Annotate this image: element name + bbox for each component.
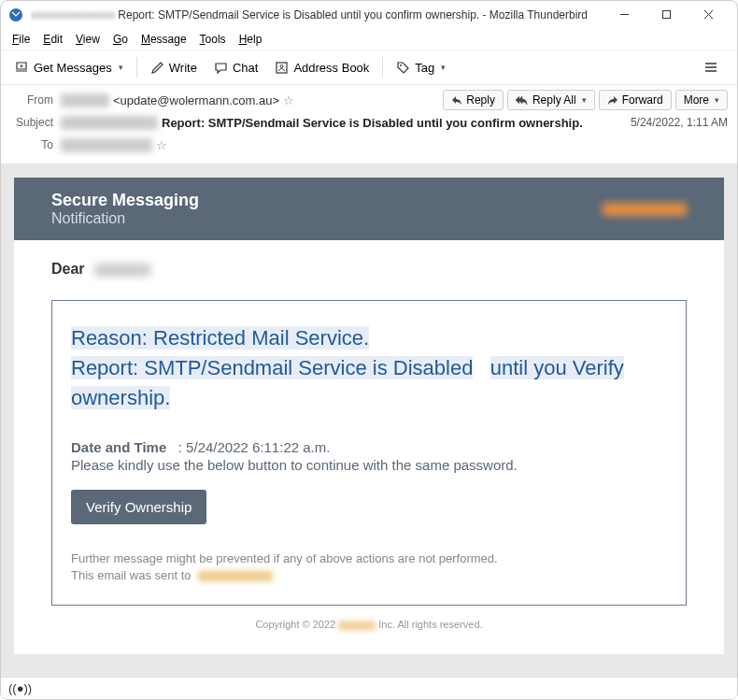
star-icon[interactable]: ☆	[156, 138, 167, 152]
main-toolbar: Get Messages ▾ Write Chat Address Book T…	[1, 50, 737, 85]
sent-to-redacted: x	[198, 571, 273, 581]
greeting: Dear x	[51, 261, 687, 278]
window-title: xxxxxxxxxxxxxxx Report: SMTP/Sendmail Se…	[31, 8, 603, 21]
svg-rect-2	[663, 11, 671, 19]
menu-message[interactable]: Message	[135, 31, 192, 48]
svg-point-6	[280, 64, 283, 67]
menu-go[interactable]: Go	[107, 31, 134, 48]
message-body-container: Secure Messaging Notification xxxx Dear …	[1, 164, 737, 693]
menu-edit[interactable]: Edit	[37, 31, 68, 48]
chat-button[interactable]: Chat	[206, 57, 265, 79]
reason-text: Reason: Restricted Mail Service. Report:…	[71, 323, 667, 413]
menu-tools[interactable]: Tools	[194, 31, 232, 48]
write-button[interactable]: Write	[143, 57, 205, 79]
pencil-icon	[150, 61, 164, 75]
banner-title: Secure Messaging	[51, 191, 199, 210]
subject-text: Report: SMTP/Sendmail Service is Disable…	[162, 116, 583, 130]
forward-icon	[607, 95, 618, 105]
instruction-text: Please kindly use the below button to co…	[71, 457, 667, 473]
verify-ownership-button[interactable]: Verify Ownership	[71, 490, 206, 524]
svg-point-7	[400, 64, 402, 66]
svg-point-0	[9, 8, 22, 21]
forward-button[interactable]: Forward	[599, 90, 672, 110]
more-button[interactable]: More ▾	[675, 90, 728, 110]
menu-view[interactable]: View	[70, 31, 106, 48]
download-icon	[14, 60, 29, 75]
to-redacted: xxxxxxxxxxxxxxx	[61, 138, 152, 152]
banner-subtitle: Notification	[51, 210, 199, 227]
tag-button[interactable]: Tag ▾	[389, 57, 453, 79]
thunderbird-icon	[8, 7, 23, 22]
reply-button[interactable]: Reply	[443, 90, 504, 110]
menu-help[interactable]: Help	[234, 31, 268, 48]
reply-all-button[interactable]: Reply All ▾	[507, 90, 595, 110]
message-timestamp: 5/24/2022, 1:11 AM	[621, 116, 728, 129]
message-headers: From xxxxxxxx <update@wolermann.com.au> …	[1, 85, 737, 164]
from-label: From	[10, 93, 61, 107]
address-book-icon	[275, 61, 289, 75]
subject-prefix-redacted: xxxxxxxxxxxxxxxx	[61, 116, 158, 130]
content-box: Reason: Restricted Mail Service. Report:…	[51, 300, 687, 606]
menu-file[interactable]: File	[7, 31, 35, 48]
hamburger-icon	[703, 60, 718, 75]
recipient-redacted: x	[94, 264, 150, 277]
chat-icon	[214, 61, 228, 75]
reply-icon	[451, 95, 462, 105]
tag-icon	[396, 61, 410, 75]
chevron-down-icon: ▾	[715, 95, 719, 105]
window-titlebar: xxxxxxxxxxxxxxx Report: SMTP/Sendmail Se…	[1, 1, 737, 29]
banner: Secure Messaging Notification xxxx	[14, 178, 724, 240]
company-redacted: x	[338, 621, 376, 630]
date-time-row: Date and Time : 5/24/2022 6:11:22 a.m.	[71, 439, 667, 455]
app-menu-button[interactable]	[696, 56, 726, 79]
from-name-redacted: xxxxxxxx	[61, 93, 109, 107]
chevron-down-icon: ▾	[119, 63, 123, 72]
address-book-button[interactable]: Address Book	[267, 57, 376, 79]
maximize-button[interactable]	[646, 2, 688, 28]
star-icon[interactable]: ☆	[283, 93, 294, 107]
banner-logo-redacted: xxxx	[603, 203, 687, 216]
to-label: To	[10, 138, 61, 151]
footer-text: Further message might be prevented if an…	[71, 550, 667, 584]
separator	[382, 57, 383, 78]
subject-label: Subject	[10, 116, 61, 129]
copyright: Copyright © 2022 x Inc. All rights reser…	[51, 606, 687, 636]
minimize-button[interactable]	[603, 2, 646, 28]
close-button[interactable]	[688, 2, 730, 28]
status-bar: ((●))	[1, 677, 737, 699]
chevron-down-icon: ▾	[441, 63, 446, 72]
chevron-down-icon: ▾	[582, 95, 587, 105]
separator	[136, 57, 137, 78]
menu-bar: File Edit View Go Message Tools Help	[1, 29, 737, 50]
from-email[interactable]: <update@wolermann.com.au>	[113, 93, 279, 107]
get-messages-button[interactable]: Get Messages ▾	[7, 56, 131, 79]
online-status-icon[interactable]: ((●))	[8, 681, 32, 695]
reply-all-icon	[516, 95, 529, 105]
